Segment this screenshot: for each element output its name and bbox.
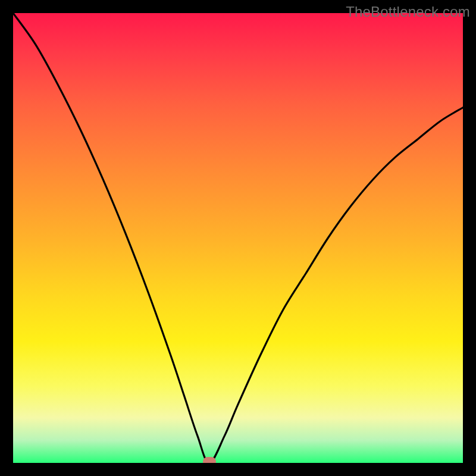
chart-frame: TheBottleneck.com <box>0 0 476 476</box>
watermark-text: TheBottleneck.com <box>346 4 470 20</box>
curve-svg <box>13 13 463 463</box>
plot-area <box>13 13 463 463</box>
minimum-marker <box>203 457 216 463</box>
bottleneck-curve <box>13 13 463 463</box>
